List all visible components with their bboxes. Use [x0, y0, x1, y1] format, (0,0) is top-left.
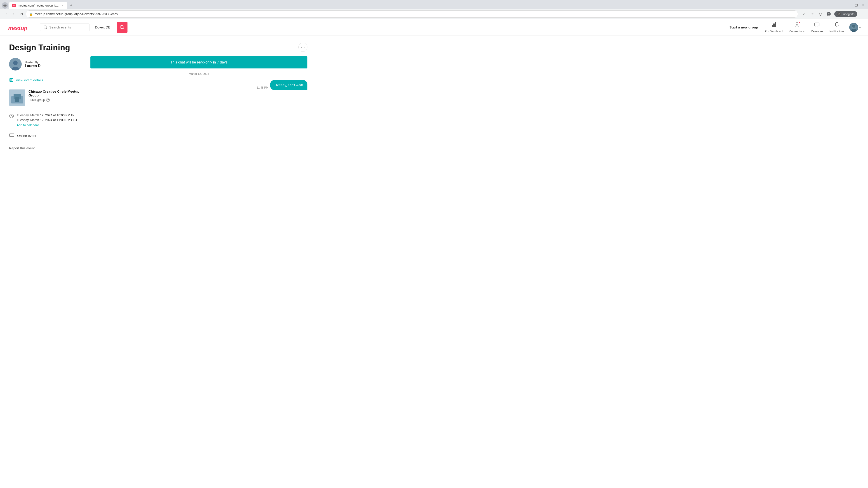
- browser-actions: ⌕ ☆ ⬡ Incognito ⋮: [801, 11, 865, 18]
- message-item: 11:48 PM Heeeey, can't wait!: [90, 80, 307, 90]
- forward-button[interactable]: ›: [10, 11, 17, 18]
- report-event-link[interactable]: Report this event: [9, 146, 35, 150]
- hosted-by-label: Hosted By: [25, 61, 41, 64]
- chat-area: ··· This chat will be read-only in 7 day…: [90, 43, 307, 150]
- svg-line-10: [46, 28, 47, 29]
- svg-rect-14: [773, 24, 775, 27]
- connections-label: Connections: [789, 30, 804, 33]
- search-bar[interactable]: [40, 24, 90, 31]
- svg-rect-15: [775, 22, 776, 27]
- browser-chrome: m meetup.com/meetup-group-id... × + — ❐ …: [0, 0, 868, 19]
- group-type-info-icon[interactable]: ?: [46, 98, 50, 102]
- svg-rect-36: [9, 134, 14, 136]
- incognito-badge: Incognito: [834, 11, 857, 17]
- tab-favicon: m: [12, 4, 16, 7]
- svg-rect-17: [815, 23, 819, 26]
- svg-rect-32: [16, 97, 19, 102]
- svg-point-21: [849, 23, 858, 32]
- group-image: [9, 90, 25, 106]
- message-bubble: Heeeey, can't wait!: [270, 80, 307, 90]
- browser-tab-active[interactable]: m meetup.com/meetup-group-id... ×: [9, 2, 67, 9]
- url-text: meetup.com/meetup-group-idfjooJl/events/…: [35, 12, 795, 16]
- incognito-label: Incognito: [842, 12, 855, 16]
- svg-text:meetup: meetup: [8, 24, 27, 31]
- svg-point-16: [796, 23, 798, 25]
- svg-point-4: [828, 13, 830, 14]
- event-time-section: Tuesday, March 12, 2024 at 10:00 PM to T…: [9, 113, 81, 127]
- address-bar[interactable]: 🔒 meetup.com/meetup-group-idfjooJl/event…: [26, 10, 798, 18]
- svg-line-35: [11, 116, 12, 116]
- clock-icon: [9, 113, 14, 120]
- nav-connections[interactable]: Connections: [786, 22, 808, 33]
- chrome-menu-icon[interactable]: ⋮: [859, 11, 865, 18]
- online-event-icon: [9, 132, 14, 139]
- pro-dashboard-label: Pro Dashboard: [765, 30, 783, 33]
- avatar-dropdown-icon: ▾: [859, 26, 861, 29]
- lock-icon: 🔒: [29, 12, 33, 16]
- meetup-header: meetup Dover, DE Start a new group Pro D…: [0, 19, 868, 35]
- connections-notification-dot: [798, 21, 800, 23]
- pro-dashboard-icon: [771, 22, 777, 29]
- host-info: Hosted By Lauren D.: [25, 61, 41, 68]
- host-name: Lauren D.: [25, 64, 41, 68]
- window-controls: — ❐ ✕: [846, 2, 866, 8]
- back-button[interactable]: ‹: [3, 11, 9, 18]
- svg-point-23: [13, 61, 18, 65]
- location-display: Dover, DE: [90, 25, 116, 29]
- profile-icon[interactable]: [825, 11, 832, 18]
- event-details-icon: [9, 78, 13, 82]
- hosted-by-section: Hosted By Lauren D.: [9, 58, 81, 70]
- browser-search-icon[interactable]: ⌕: [801, 11, 808, 18]
- close-button[interactable]: ✕: [860, 2, 866, 8]
- add-to-calendar-link[interactable]: Add to calendar: [17, 123, 81, 127]
- messages-area: 11:48 PM Heeeey, can't wait!: [90, 80, 307, 150]
- user-avatar: [849, 23, 858, 32]
- search-input[interactable]: [49, 25, 86, 29]
- online-event-label: Online event: [17, 134, 36, 138]
- search-submit-icon: [120, 25, 125, 30]
- maximize-button[interactable]: ❐: [853, 2, 860, 8]
- event-title: Design Training: [9, 43, 81, 53]
- minimize-button[interactable]: —: [846, 2, 852, 8]
- main-content: Design Training Hosted By Lauren D. View…: [0, 35, 316, 158]
- tab-close-button[interactable]: ×: [60, 4, 64, 7]
- location-text: Dover, DE: [95, 25, 110, 29]
- meetup-logo[interactable]: meetup: [7, 23, 34, 32]
- online-event-section: Online event: [9, 132, 81, 139]
- time-info: Tuesday, March 12, 2024 at 10:00 PM to T…: [17, 113, 81, 127]
- view-event-details-link[interactable]: View event details: [9, 78, 81, 82]
- bookmark-icon[interactable]: ☆: [809, 11, 816, 18]
- refresh-button[interactable]: ↻: [18, 11, 25, 18]
- message-time: 11:48 PM: [256, 86, 268, 89]
- extensions-icon[interactable]: ⬡: [817, 11, 824, 18]
- event-time-text: Tuesday, March 12, 2024 at 10:00 PM to T…: [17, 113, 81, 123]
- tab-group-selector[interactable]: [2, 2, 8, 8]
- read-only-banner: This chat will be read-only in 7 days: [90, 56, 307, 68]
- user-avatar-area[interactable]: ▾: [849, 23, 861, 32]
- group-type: Public group ?: [29, 98, 81, 102]
- host-avatar: [9, 58, 22, 70]
- notifications-label: Notifications: [830, 30, 844, 33]
- start-group-link[interactable]: Start a new group: [726, 25, 762, 29]
- svg-text:m: m: [13, 4, 15, 7]
- nav-notifications[interactable]: Notifications: [827, 22, 847, 33]
- tab-title: meetup.com/meetup-group-id...: [18, 4, 59, 7]
- date-divider: March 12, 2024: [90, 72, 307, 75]
- connections-icon: [794, 22, 800, 29]
- new-tab-button[interactable]: +: [68, 2, 74, 8]
- svg-rect-13: [772, 25, 773, 27]
- messages-label: Messages: [811, 30, 823, 33]
- group-info: Chicago Creative Circle Meetup Group Pub…: [29, 90, 81, 102]
- search-submit-button[interactable]: [117, 22, 127, 33]
- messages-icon: [814, 22, 820, 29]
- event-sidebar: Design Training Hosted By Lauren D. View…: [9, 43, 81, 150]
- svg-point-5: [828, 15, 830, 16]
- nav-pro-dashboard[interactable]: Pro Dashboard: [762, 22, 786, 33]
- svg-line-12: [123, 28, 124, 29]
- search-icon: [43, 25, 48, 29]
- tab-bar: m meetup.com/meetup-group-id... × + — ❐ …: [0, 0, 868, 9]
- more-options-button[interactable]: ···: [298, 43, 307, 52]
- nav-messages[interactable]: Messages: [808, 22, 827, 33]
- svg-point-7: [839, 13, 840, 14]
- notifications-icon: [834, 22, 840, 29]
